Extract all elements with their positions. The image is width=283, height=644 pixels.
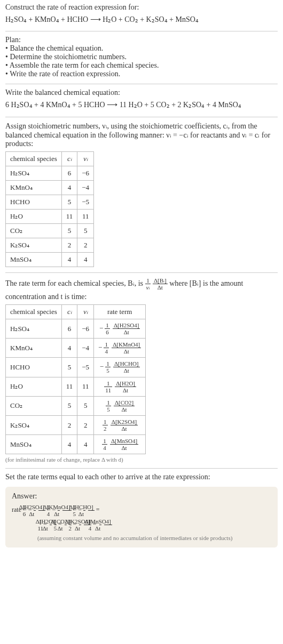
cell-ci: 11 — [61, 209, 77, 223]
answer-note: (assuming constant volume and no accumul… — [12, 535, 271, 541]
page: Construct the rate of reaction expressio… — [0, 0, 283, 554]
cell-species: HCHO — [6, 358, 62, 377]
cell-ci: 6 — [61, 319, 77, 338]
fraction: Δ[K2SO4]Δt — [111, 418, 138, 432]
table-row: CO₂55 — [6, 223, 94, 238]
cell-ci: 2 — [61, 415, 77, 434]
cell-ci: 5 — [61, 396, 77, 415]
divider — [5, 84, 278, 84]
table-header-row: chemical species cᵢ νᵢ — [6, 151, 94, 166]
cell-rate-term: −16 Δ[H2SO4]Δt — [94, 319, 146, 338]
fraction: Δ[MnSO4]Δt — [110, 438, 138, 451]
stoich-table: chemical species cᵢ νᵢ H₂SO₄6−6KMnO₄4−4H… — [5, 151, 94, 267]
fraction: Δ[KMnO4]Δt — [112, 341, 141, 355]
plan-item: • Assemble the rate term for each chemic… — [5, 61, 278, 70]
cell-ci: 5 — [61, 195, 77, 209]
cell-rate-term: 15 Δ[CO2]Δt — [94, 396, 146, 415]
fraction: 16 — [105, 322, 110, 335]
rate-intro-line2: concentration and t is time: — [5, 293, 278, 301]
plan-item: • Determine the stoichiometric numbers. — [5, 53, 278, 61]
cell-species: CO₂ — [6, 223, 62, 238]
table-row: H₂SO₄6−6−16 Δ[H2SO4]Δt — [6, 319, 146, 338]
table-row: H₂SO₄6−6 — [6, 166, 94, 180]
divider — [5, 468, 278, 469]
cell-species: HCHO — [6, 195, 62, 209]
plan-item: • Write the rate of reaction expression. — [5, 70, 278, 78]
fraction: 15 — [106, 399, 111, 413]
cell-species: KMnO₄ — [6, 180, 62, 195]
cell-vi: −6 — [77, 166, 94, 180]
cell-vi: 4 — [77, 435, 94, 454]
cell-vi: 11 — [77, 377, 94, 396]
col-ci: cᵢ — [61, 304, 77, 319]
col-vi: νᵢ — [77, 304, 94, 319]
cell-species: CO₂ — [6, 396, 62, 415]
cell-vi: −6 — [77, 319, 94, 338]
answer-label: Answer: — [12, 492, 271, 501]
fraction: 15 — [105, 360, 111, 374]
one-over-nu: 1 νᵢ — [145, 277, 151, 291]
cell-species: H₂O — [6, 377, 62, 396]
answer-box: Answer: rate = −16 Δ[H2SO4]Δt = −14 Δ[KM… — [5, 487, 278, 548]
col-rate: rate term — [94, 304, 146, 319]
cell-species: H₂SO₄ — [6, 319, 62, 338]
divider — [5, 117, 278, 117]
fraction: 111 — [104, 380, 112, 393]
plan-title: Plan: — [5, 36, 278, 44]
balanced-equation: 6 H₂SO₄ + 4 KMnO₄ + 5 HCHO ⟶ 11 H₂O + 5 … — [5, 99, 278, 111]
cell-vi: 2 — [77, 415, 94, 434]
cell-ci: 11 — [61, 377, 77, 396]
cell-rate-term: 12 Δ[K2SO4]Δt — [94, 415, 146, 434]
cell-ci: 6 — [61, 166, 77, 180]
cell-species: H₂SO₄ — [6, 166, 62, 180]
fraction: 14 — [104, 341, 109, 355]
rate-intro-line1: The rate term for each chemical species,… — [5, 277, 278, 291]
table-header-row: chemical species cᵢ νᵢ rate term — [6, 304, 146, 319]
divider — [5, 272, 278, 273]
cell-species: KMnO₄ — [6, 339, 62, 358]
fraction: Δ[H2O]Δt — [115, 380, 136, 393]
table-row: K₂SO₄22 — [6, 238, 94, 252]
cell-species: K₂SO₄ — [6, 415, 62, 434]
table-row: HCHO5−5 — [6, 195, 94, 209]
col-ci: cᵢ — [61, 151, 77, 166]
fraction: Δ[HCHO]Δt — [113, 360, 140, 374]
stoich-block: Assign stoichiometric numbers, νᵢ, using… — [5, 122, 278, 267]
table-row: HCHO5−5−15 Δ[HCHO]Δt — [6, 358, 146, 377]
balanced-block: Write the balanced chemical equation: 6 … — [5, 88, 278, 111]
cell-ci: 5 — [61, 223, 77, 238]
cell-ci: 4 — [61, 180, 77, 195]
plan-block: Plan: • Balance the chemical equation. •… — [5, 36, 278, 78]
rate-term-block: The rate term for each chemical species,… — [5, 277, 278, 463]
cell-species: K₂SO₄ — [6, 238, 62, 252]
cell-vi: 4 — [77, 252, 94, 267]
table-row: MnSO₄44 — [6, 252, 94, 267]
cell-ci: 5 — [61, 358, 77, 377]
cell-vi: −4 — [77, 339, 94, 358]
stoich-intro: Assign stoichiometric numbers, νᵢ, using… — [5, 122, 278, 148]
rate-expression: rate = −16 Δ[H2SO4]Δt = −14 Δ[KMnO4]Δt =… — [12, 503, 271, 532]
cell-ci: 4 — [61, 339, 77, 358]
divider — [5, 31, 278, 31]
table-row: K₂SO₄2212 Δ[K2SO4]Δt — [6, 415, 146, 434]
cell-ci: 4 — [61, 435, 77, 454]
fraction: Δ[CO2]Δt — [114, 399, 135, 413]
table-row: KMnO₄4−4 — [6, 180, 94, 195]
cell-vi: −4 — [77, 180, 94, 195]
rate-term-table: chemical species cᵢ νᵢ rate term H₂SO₄6−… — [5, 304, 146, 454]
infinitesimal-note: (for infinitesimal rate of change, repla… — [5, 456, 278, 463]
cell-vi: −5 — [77, 195, 94, 209]
cell-vi: 11 — [77, 209, 94, 223]
fraction: Δ[HCHO]Δt — [88, 504, 95, 517]
table-row: KMnO₄4−4−14 Δ[KMnO4]Δt — [6, 339, 146, 358]
unbalanced-equation: H₂SO₄ + KMnO₄ + HCHO ⟶ H₂O + CO₂ + K₂SO₄… — [5, 14, 278, 26]
cell-vi: 5 — [77, 396, 94, 415]
table-row: H₂O1111111 Δ[H2O]Δt — [6, 377, 146, 396]
col-species: chemical species — [6, 304, 62, 319]
fraction: Δ[H2SO4]Δt — [113, 322, 140, 335]
table-row: MnSO₄4414 Δ[MnSO4]Δt — [6, 435, 146, 454]
cell-rate-term: −14 Δ[KMnO4]Δt — [94, 339, 146, 358]
cell-species: MnSO₄ — [6, 435, 62, 454]
plan-item: • Balance the chemical equation. — [5, 44, 278, 53]
fraction: 14 — [102, 438, 107, 451]
